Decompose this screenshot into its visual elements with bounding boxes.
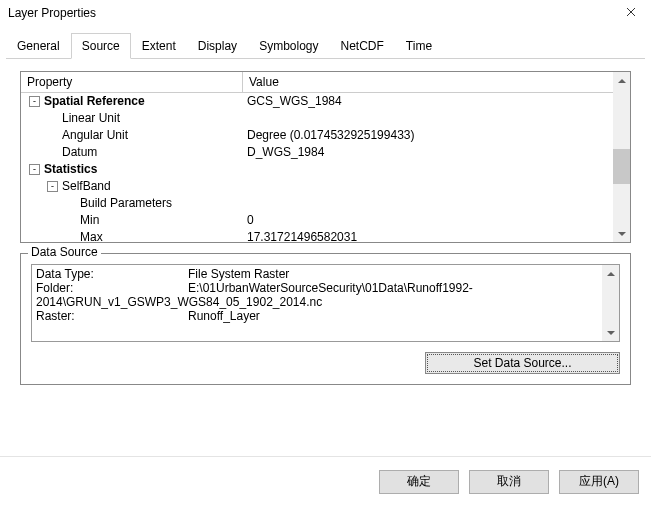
tab-label: Display [198,39,237,53]
property-value: 17.31721496582031 [243,229,613,242]
tab-label: Extent [142,39,176,53]
ds-field-value: File System Raster [188,267,289,281]
layer-properties-dialog: Layer Properties General Source Extent D… [0,0,651,506]
ds-field-label: Folder: [36,281,188,295]
property-value [243,178,613,195]
table-row[interactable]: -SelfBand [21,178,613,195]
tab-label: Source [82,39,120,53]
data-source-label: Data Source [28,245,101,259]
table-row[interactable]: -Statistics [21,161,613,178]
tab-label: NetCDF [341,39,384,53]
property-grid: Property Value -Spatial ReferenceGCS_WGS… [20,71,631,243]
scrollbar-thumb[interactable] [613,149,630,184]
col-property: Property [21,72,243,92]
tab-label: General [17,39,60,53]
property-name: Max [80,229,103,242]
table-row[interactable]: Build Parameters [21,195,613,212]
ds-scrollbar[interactable] [602,265,619,341]
titlebar: Layer Properties [0,0,651,26]
table-row[interactable]: DatumD_WGS_1984 [21,144,613,161]
ds-field-label: Data Type: [36,267,188,281]
scroll-up-button[interactable] [613,72,630,89]
list-item: Data Type:File System Raster [36,267,601,281]
tab-time[interactable]: Time [395,33,443,59]
list-item: Raster:Runoff_Layer [36,309,601,323]
dialog-footer: 确定 取消 应用(A) [0,456,651,506]
chevron-down-icon [618,232,626,236]
ds-scroll-track [602,282,619,324]
tab-label: Symbology [259,39,318,53]
cancel-button[interactable]: 取消 [469,470,549,494]
table-row[interactable]: Angular UnitDegree (0.0174532925199433) [21,127,613,144]
window-title: Layer Properties [8,6,611,20]
tab-symbology[interactable]: Symbology [248,33,329,59]
ok-button[interactable]: 确定 [379,470,459,494]
property-name: Linear Unit [62,110,120,127]
list-item: Folder:E:\01UrbanWaterSourceSecurity\01D… [36,281,601,295]
property-name: Min [80,212,99,229]
tab-source[interactable]: Source [71,33,131,59]
tab-extent[interactable]: Extent [131,33,187,59]
chevron-down-icon [607,331,615,335]
property-name: Build Parameters [80,195,172,212]
ds-field-value-cont: 2014\GRUN_v1_GSWP3_WGS84_05_1902_2014.nc [36,295,322,309]
property-value: 0 [243,212,613,229]
property-value [243,110,613,127]
scrollbar-track[interactable] [613,89,630,225]
table-row[interactable]: Linear Unit [21,110,613,127]
table-row[interactable]: Max17.31721496582031 [21,229,613,242]
scroll-down-button[interactable] [613,225,630,242]
set-data-source-button[interactable]: Set Data Source... [425,352,620,374]
property-value [243,161,613,178]
tabs-container: General Source Extent Display Symbology … [0,26,651,385]
list-item: 2014\GRUN_v1_GSWP3_WGS84_05_1902_2014.nc [36,295,601,309]
tab-label: Time [406,39,432,53]
ds-field-value: E:\01UrbanWaterSourceSecurity\01Data\Run… [188,281,473,295]
tab-content: Property Value -Spatial ReferenceGCS_WGS… [6,59,645,385]
table-row[interactable]: -Spatial ReferenceGCS_WGS_1984 [21,93,613,110]
data-source-group: Data Source Data Type:File System Raster… [20,253,631,385]
tab-netcdf[interactable]: NetCDF [330,33,395,59]
property-name: Statistics [44,161,97,178]
tab-general[interactable]: General [6,33,71,59]
ds-scroll-up[interactable] [602,265,619,282]
tab-display[interactable]: Display [187,33,248,59]
ds-scroll-down[interactable] [602,324,619,341]
tabs: General Source Extent Display Symbology … [6,32,645,59]
property-value: Degree (0.0174532925199433) [243,127,613,144]
close-icon [626,6,636,20]
collapse-icon[interactable]: - [29,96,40,107]
data-source-text: Data Type:File System RasterFolder:E:\01… [31,264,620,342]
property-name: Spatial Reference [44,93,145,110]
table-row[interactable]: Min0 [21,212,613,229]
chevron-up-icon [607,272,615,276]
chevron-up-icon [618,79,626,83]
property-name: Angular Unit [62,127,128,144]
vertical-scrollbar[interactable] [613,72,630,242]
property-value [243,195,613,212]
close-button[interactable] [611,0,651,26]
col-value: Value [243,72,613,92]
property-value: GCS_WGS_1984 [243,93,613,110]
property-name: Datum [62,144,97,161]
property-name: SelfBand [62,178,111,195]
property-value: D_WGS_1984 [243,144,613,161]
apply-button[interactable]: 应用(A) [559,470,639,494]
ds-field-label: Raster: [36,309,188,323]
grid-header: Property Value [21,72,613,93]
collapse-icon[interactable]: - [47,181,58,192]
ds-field-value: Runoff_Layer [188,309,260,323]
grid-body: -Spatial ReferenceGCS_WGS_1984Linear Uni… [21,93,613,242]
collapse-icon[interactable]: - [29,164,40,175]
